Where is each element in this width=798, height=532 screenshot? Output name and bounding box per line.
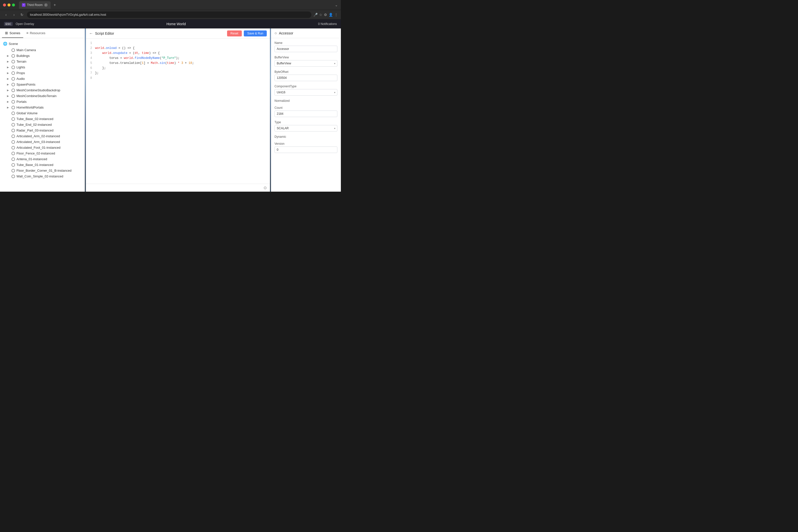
refresh-nav-button[interactable]: ↻ <box>19 13 25 17</box>
tree-item-main-camera[interactable]: Main Camera <box>0 47 84 53</box>
tree-item-spawnpoints[interactable]: ▶ SpawnPoints <box>0 81 84 87</box>
node-circle-icon <box>12 89 15 92</box>
expand-arrow-icon: ▶ <box>7 89 10 92</box>
tree-item-articulated-arm-03[interactable]: Articulated_Arm_03-instanced <box>0 139 84 145</box>
tree-item-meshcombine-backdrop[interactable]: ▶ MeshCombineStudioBackdrop <box>0 87 84 93</box>
field-group-name: Name <box>274 41 337 52</box>
tree-item-global-volume[interactable]: Global Volume <box>0 110 84 116</box>
tree-item-label: HomeWorldPortals <box>17 106 44 109</box>
tree-item-label: Props <box>17 71 25 75</box>
line-number: 1 <box>86 41 95 46</box>
byteoffset-input[interactable] <box>274 75 337 81</box>
field-group-normalized: Normalized <box>274 99 337 102</box>
tab-third-room[interactable]: T Third Room × <box>19 1 51 9</box>
tree-item-buildings[interactable]: ▶ Buildings <box>0 53 84 59</box>
tab-scenes[interactable]: ⊞ Scenes <box>2 28 23 38</box>
count-input[interactable] <box>274 111 337 117</box>
field-label-bufferview: BufferView <box>274 56 337 59</box>
scene-root-item[interactable]: 🌐 Scene <box>0 40 84 47</box>
expand-arrow-icon: ▶ <box>7 54 10 57</box>
tree-item-lights[interactable]: ▶ Lights <box>0 64 84 70</box>
accessor-body: Name BufferView BufferView ByteOffset Co <box>271 38 341 192</box>
app-bar: ESC Open Overlay Home World 0 Notificati… <box>0 19 341 28</box>
componenttype-select[interactable]: Uint16 <box>274 89 337 96</box>
name-input[interactable] <box>274 46 337 52</box>
node-circle-icon <box>12 146 15 150</box>
tree-item-articulated-arm-02[interactable]: Articulated_Arm_02-instanced <box>0 133 84 139</box>
code-line-8: 8 <box>86 76 270 81</box>
line-number: 2 <box>86 46 95 51</box>
browser-actions: ⌄ <box>335 3 338 7</box>
tab-close-icon[interactable]: × <box>44 3 48 7</box>
tab-resources[interactable]: ≡ Resources <box>23 28 48 38</box>
bookmark-icon[interactable]: ☆ <box>319 13 322 17</box>
profile-icon[interactable]: 👤 <box>329 13 333 17</box>
settings-icon[interactable]: ⊙ <box>264 185 267 190</box>
open-overlay-label: Open Overlay <box>16 22 34 26</box>
tree-item-antena-01[interactable]: Antena_01-instanced <box>0 156 84 162</box>
tree-item-label: Radar_Part_03-instanced <box>17 129 53 132</box>
tree-item-tube-base-02[interactable]: Tube_Base_02-instanced <box>0 116 84 122</box>
extensions-icon[interactable]: ⚙ <box>324 13 327 17</box>
menu-icon[interactable]: ⋮ <box>335 13 338 17</box>
expand-arrow-icon: ▶ <box>7 60 10 63</box>
tree-item-meshcombine-terrain[interactable]: ▶ MeshCombineStudioTerrain <box>0 93 84 99</box>
tree-item-label: Articulated_Foot_01-instanced <box>17 146 60 150</box>
minimize-button[interactable] <box>7 3 11 6</box>
tree-item-tube-end-02[interactable]: Tube_End_02-instanced <box>0 122 84 128</box>
node-circle-icon <box>12 152 15 155</box>
version-input[interactable] <box>274 147 337 153</box>
field-label-version: Version <box>274 142 337 146</box>
node-circle-icon <box>12 65 15 69</box>
notifications-label: 0 Notifications <box>318 22 337 26</box>
field-group-bufferview: BufferView BufferView <box>274 56 337 66</box>
field-label-dynamic: Dynamic <box>274 135 337 138</box>
reset-button[interactable]: Reset <box>227 31 242 36</box>
close-button[interactable] <box>3 3 6 6</box>
tree-item-label: MeshCombineStudioTerrain <box>17 94 56 98</box>
tree-item-props[interactable]: ▶ Props <box>0 70 84 76</box>
accessor-panel: ○ Accessor Name BufferView BufferView B <box>271 28 341 192</box>
tree-item-terrain[interactable]: ▶ Terrain <box>0 59 84 64</box>
address-input[interactable] <box>27 12 311 18</box>
line-content: torus.translation[1] = Math.sin(time) * … <box>95 61 270 65</box>
expand-arrow-icon: ▶ <box>7 83 10 86</box>
save-run-button[interactable]: Save & Run <box>244 31 267 36</box>
node-circle-icon <box>12 100 15 103</box>
tree-item-floor-border-corner[interactable]: Floor_Border_Corner_01_B-instanced <box>0 168 84 173</box>
tree-item-floor-fence-02[interactable]: Floor_Fence_02-instanced <box>0 150 84 156</box>
mic-icon[interactable]: 🎤 <box>314 13 318 17</box>
tree-item-tube-base-01[interactable]: Tube_Base_01-instanced <box>0 162 84 168</box>
code-line-7: 7 }; <box>86 71 270 76</box>
code-editor[interactable]: 1 2 world.onload = () => { 3 world.onupd… <box>86 39 270 184</box>
tree-item-portals[interactable]: ▶ Portals <box>0 99 84 104</box>
maximize-button[interactable] <box>12 3 15 6</box>
node-circle-icon <box>12 54 15 58</box>
bufferview-select[interactable]: BufferView <box>274 60 337 66</box>
tree-item-label: Buildings <box>17 54 30 58</box>
type-select[interactable]: SCALAR <box>274 125 337 132</box>
code-line-5: 5 torus.translation[1] = Math.sin(time) … <box>86 61 270 65</box>
chevron-down-icon[interactable]: ⌄ <box>335 3 338 7</box>
node-circle-icon <box>12 94 15 98</box>
forward-nav-button[interactable]: › <box>11 13 17 17</box>
componenttype-select-wrap: Uint16 <box>274 89 337 96</box>
expand-arrow-icon: ▶ <box>7 100 10 103</box>
tree-item-homeworld-portals[interactable]: ▶ HomeWorldPortals <box>0 104 84 110</box>
tree-item-radar-part-03[interactable]: Radar_Part_03-instanced <box>0 128 84 133</box>
new-tab-button[interactable]: + <box>52 2 58 8</box>
back-button[interactable]: ← <box>89 31 93 36</box>
tree-item-articulated-foot-01[interactable]: Articulated_Foot_01-instanced <box>0 145 84 150</box>
left-panel-tabs: ⊞ Scenes ≡ Resources <box>0 28 84 38</box>
resources-tab-label: Resources <box>30 31 45 35</box>
editor-footer: ⊙ <box>86 184 270 192</box>
expand-arrow-icon: ▶ <box>7 106 10 109</box>
tree-item-wall-coin-simple[interactable]: Wall_Coin_Simple_02-instanced <box>0 173 84 179</box>
scenes-tab-label: Scenes <box>10 31 20 35</box>
line-number: 6 <box>86 65 95 71</box>
node-circle-icon <box>12 169 15 172</box>
node-circle-icon <box>12 123 15 127</box>
browser-chrome: T Third Room × + ⌄ <box>0 0 341 10</box>
tree-item-audio[interactable]: ▶ Audio <box>0 76 84 81</box>
back-nav-button[interactable]: ‹ <box>3 13 9 17</box>
